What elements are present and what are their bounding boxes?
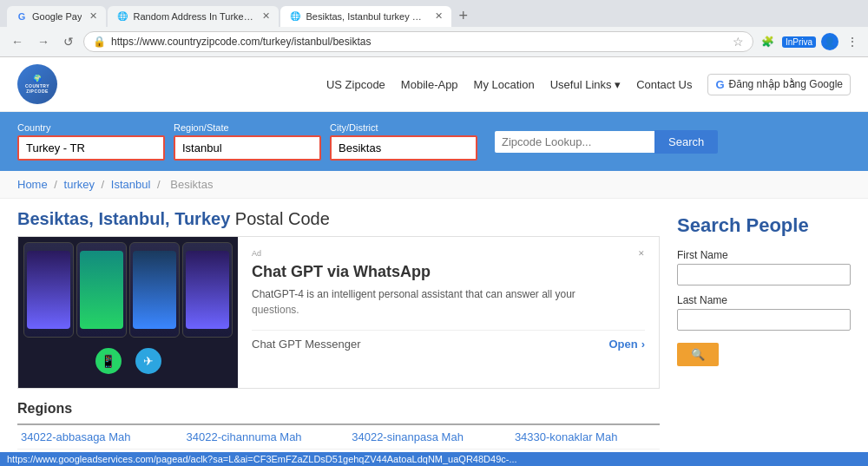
- first-name-input[interactable]: [677, 264, 851, 286]
- breadcrumb-turkey[interactable]: turkey: [64, 178, 95, 191]
- logo-icon: 🌍 COUNTRY ZIPCODE: [17, 64, 57, 104]
- city-label: City/District: [330, 122, 477, 133]
- site-header: 🌍 COUNTRY ZIPCODE US Zipcode Mobile-App …: [0, 57, 868, 112]
- last-name-field: Last Name: [677, 294, 851, 331]
- region-field: Region/State: [174, 122, 321, 161]
- nav-useful-links[interactable]: Useful Links ▾: [550, 78, 621, 91]
- tab-besiktas[interactable]: 🌐 Besiktas, Istanbul turkey Posta k... ✕: [280, 6, 451, 27]
- page: 🌍 COUNTRY ZIPCODE US Zipcode Mobile-App …: [0, 57, 868, 466]
- search-people-title: Search People: [677, 214, 851, 237]
- profile-icon[interactable]: 👤: [821, 33, 838, 50]
- address-bar[interactable]: 🔒 https://www.countryzipcode.com/turkey/…: [83, 31, 753, 52]
- tab-favicon-besiktas: 🌐: [289, 10, 301, 23]
- region-input[interactable]: [174, 135, 321, 161]
- tab-favicon-random: 🌐: [116, 10, 128, 23]
- back-button[interactable]: ←: [7, 32, 28, 51]
- breadcrumb-sep3: /: [157, 178, 161, 191]
- country-label: Country: [17, 122, 165, 133]
- phone-mock-2: [76, 242, 127, 338]
- reload-button[interactable]: ↺: [59, 32, 78, 51]
- extensions-icon[interactable]: 🧩: [759, 33, 777, 50]
- breadcrumb: Home / turkey / Istanbul / Besiktas: [0, 171, 868, 199]
- region-cell[interactable]: 34330-konaklar Mah: [511, 424, 660, 450]
- ad-banner: 📱 ✈ Ad ✕ Chat GPT via WhatsApp ChatGPT-4…: [17, 236, 660, 389]
- search-people-button[interactable]: 🔍: [677, 343, 719, 366]
- breadcrumb-sep1: /: [54, 178, 57, 191]
- region-label: Region/State: [174, 122, 321, 133]
- tab-random-address[interactable]: 🌐 Random Address In Turkey | Be... ✕: [108, 6, 279, 27]
- page-title-normal: Postal Code: [230, 209, 330, 228]
- tab-google-pay[interactable]: G Google Pay ✕: [7, 6, 106, 27]
- logo-text-line2: ZIPCODE: [25, 89, 49, 94]
- telegram-icon: ✈: [135, 348, 161, 374]
- status-bar: https://www.googleadservices.com/pagead/…: [0, 452, 868, 466]
- region-cell[interactable]: 34022-abbasaga Mah: [17, 424, 183, 450]
- ad-icons: 📱 ✈: [87, 343, 170, 383]
- tab-close-random[interactable]: ✕: [262, 10, 270, 22]
- phone-mock-3: [129, 242, 180, 338]
- google-signin-button[interactable]: G Đăng nhập bằng Google: [707, 74, 851, 95]
- search-button[interactable]: Search: [654, 130, 718, 154]
- page-title-colored: Besiktas, Istanbul, Turkey: [17, 209, 230, 228]
- nav-my-location[interactable]: My Location: [474, 78, 535, 91]
- breadcrumb-istanbul[interactable]: Istanbul: [111, 178, 151, 191]
- region-cell[interactable]: 34022-sinanpasa Mah: [348, 424, 511, 450]
- browser-chrome: G Google Pay ✕ 🌐 Random Address In Turke…: [0, 0, 868, 57]
- country-field: Country: [17, 122, 165, 161]
- breadcrumb-home[interactable]: Home: [17, 178, 48, 191]
- ad-subtitle: ChatGPT-4 is an intelligent personal ass…: [252, 288, 645, 300]
- content-left: Besiktas, Istanbul, Turkey Postal Code: [17, 199, 660, 466]
- content-right: Search People First Name Last Name 🔍: [677, 199, 851, 466]
- ad-text-label: Ad: [252, 249, 261, 258]
- search-people-panel: Search People First Name Last Name 🔍: [677, 207, 851, 366]
- page-title: Besiktas, Istanbul, Turkey Postal Code: [17, 199, 660, 236]
- first-name-field: First Name: [677, 249, 851, 286]
- table-row: 34022-abbasaga Mah34022-cihannuma Mah340…: [17, 424, 660, 450]
- last-name-input[interactable]: [677, 309, 851, 331]
- search-section: Country Region/State City/District Searc…: [0, 112, 868, 171]
- city-input[interactable]: [330, 135, 477, 161]
- chevron-right-icon: ›: [641, 338, 645, 351]
- ad-open-label: Open: [608, 338, 637, 351]
- tab-close-google-pay[interactable]: ✕: [89, 10, 97, 22]
- ad-footer: Chat GPT Messenger Open ›: [252, 330, 645, 358]
- last-name-label: Last Name: [677, 294, 851, 306]
- star-icon[interactable]: ☆: [733, 35, 744, 49]
- search-icon: 🔍: [691, 348, 705, 361]
- site-nav: US Zipcode Mobile-App My Location Useful…: [326, 74, 851, 95]
- main-content: Besiktas, Istanbul, Turkey Postal Code: [0, 199, 868, 466]
- breadcrumb-besiktas: Besiktas: [170, 178, 213, 191]
- country-input[interactable]: [17, 135, 165, 161]
- whatsapp-icon: 📱: [95, 348, 122, 374]
- ad-title: Chat GPT via WhatsApp: [252, 263, 645, 281]
- google-signin-label: Đăng nhập bằng Google: [729, 78, 843, 90]
- phone-mock-1: [23, 242, 74, 338]
- phone-mock-4: [182, 242, 233, 338]
- ad-label: Ad ✕: [252, 249, 645, 258]
- ad-close-icon[interactable]: ✕: [638, 249, 645, 258]
- breadcrumb-sep2: /: [102, 178, 105, 191]
- ad-footer-title: Chat GPT Messenger: [252, 338, 360, 351]
- first-name-label: First Name: [677, 249, 851, 261]
- zipcode-input[interactable]: [495, 131, 654, 153]
- region-cell[interactable]: 34022-cihannuma Mah: [183, 424, 349, 450]
- forward-button[interactable]: →: [33, 32, 54, 51]
- ad-open-button[interactable]: Open ›: [608, 338, 645, 351]
- logo-area: 🌍 COUNTRY ZIPCODE: [17, 64, 57, 104]
- nav-mobile-app[interactable]: Mobile-App: [401, 78, 458, 91]
- regions-title: Regions: [17, 401, 660, 417]
- nav-contact-us[interactable]: Contact Us: [636, 78, 692, 91]
- settings-icon[interactable]: ⋮: [844, 32, 861, 51]
- ad-content: Ad ✕ Chat GPT via WhatsApp ChatGPT-4 is …: [238, 237, 659, 388]
- city-field: City/District: [330, 122, 477, 161]
- url-text: https://www.countryzipcode.com/turkey/is…: [111, 36, 727, 48]
- tab-favicon-google-pay: G: [16, 10, 28, 23]
- tab-title-google-pay: Google Pay: [32, 11, 82, 22]
- tab-title-random: Random Address In Turkey | Be...: [133, 11, 254, 22]
- tab-close-besiktas[interactable]: ✕: [435, 10, 443, 22]
- zipcode-wrapper: Search: [495, 130, 718, 154]
- add-tab-button[interactable]: +: [453, 5, 473, 27]
- nav-us-zipcode[interactable]: US Zipcode: [326, 78, 385, 91]
- inprivate-badge: InPriva: [782, 36, 816, 48]
- tab-title-besiktas: Besiktas, Istanbul turkey Posta k...: [306, 11, 427, 22]
